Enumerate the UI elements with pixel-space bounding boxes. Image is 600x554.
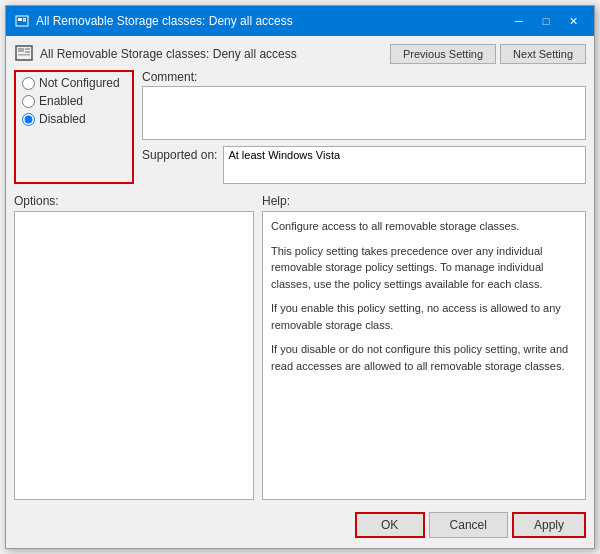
supported-value: At least Windows Vista	[223, 146, 586, 184]
help-paragraph-4: If you disable or do not configure this …	[271, 341, 577, 374]
content-area: All Removable Storage classes: Deny all …	[6, 36, 594, 548]
enabled-radio[interactable]	[22, 95, 35, 108]
previous-setting-button[interactable]: Previous Setting	[390, 44, 496, 64]
disabled-label: Disabled	[39, 112, 86, 126]
header-icon	[14, 44, 34, 64]
svg-rect-8	[18, 54, 30, 56]
svg-rect-6	[25, 48, 30, 50]
comment-section: Comment:	[142, 70, 586, 140]
help-paragraph-3: If you enable this policy setting, no ac…	[271, 300, 577, 333]
policy-title: All Removable Storage classes: Deny all …	[40, 47, 297, 61]
window-title: All Removable Storage classes: Deny all …	[36, 14, 293, 28]
minimize-button[interactable]: ─	[506, 11, 532, 31]
help-label: Help:	[262, 194, 586, 208]
next-setting-button[interactable]: Next Setting	[500, 44, 586, 64]
two-panel: Options: Help: Configure access to all r…	[14, 194, 586, 500]
help-panel: Help: Configure access to all removable …	[262, 194, 586, 500]
configuration-panel: Not Configured Enabled Disabled	[14, 70, 134, 184]
supported-text: At least Windows Vista	[228, 149, 340, 161]
svg-rect-2	[23, 18, 26, 20]
main-section: Not Configured Enabled Disabled Comment:	[14, 70, 586, 184]
svg-rect-5	[18, 48, 24, 52]
help-paragraph-1: Configure access to all removable storag…	[271, 218, 577, 235]
help-paragraph-2: This policy setting takes precedence ove…	[271, 243, 577, 293]
disabled-radio[interactable]	[22, 113, 35, 126]
header-row: All Removable Storage classes: Deny all …	[14, 44, 586, 64]
close-button[interactable]: ✕	[560, 11, 586, 31]
options-panel: Options:	[14, 194, 254, 500]
options-box[interactable]	[14, 211, 254, 500]
ok-button[interactable]: OK	[355, 512, 425, 538]
not-configured-radio[interactable]	[22, 77, 35, 90]
supported-section: Supported on: At least Windows Vista	[142, 146, 586, 184]
footer: OK Cancel Apply	[14, 506, 586, 540]
not-configured-label: Not Configured	[39, 76, 120, 90]
title-bar-left: All Removable Storage classes: Deny all …	[14, 13, 293, 29]
comment-textarea[interactable]	[142, 86, 586, 140]
window-icon	[14, 13, 30, 29]
comment-label: Comment:	[142, 70, 586, 84]
header-title: All Removable Storage classes: Deny all …	[14, 44, 297, 64]
main-window: All Removable Storage classes: Deny all …	[5, 5, 595, 549]
svg-rect-3	[23, 20, 26, 22]
help-content: Configure access to all removable storag…	[262, 211, 586, 500]
enabled-option[interactable]: Enabled	[22, 94, 126, 108]
disabled-option[interactable]: Disabled	[22, 112, 126, 126]
navigation-buttons: Previous Setting Next Setting	[390, 44, 586, 64]
right-section: Comment: Supported on: At least Windows …	[142, 70, 586, 184]
title-bar: All Removable Storage classes: Deny all …	[6, 6, 594, 36]
not-configured-option[interactable]: Not Configured	[22, 76, 126, 90]
apply-button[interactable]: Apply	[512, 512, 586, 538]
enabled-label: Enabled	[39, 94, 83, 108]
supported-label: Supported on:	[142, 146, 217, 162]
svg-rect-7	[25, 51, 30, 53]
svg-rect-1	[18, 18, 22, 21]
maximize-button[interactable]: □	[533, 11, 559, 31]
options-label: Options:	[14, 194, 254, 208]
cancel-button[interactable]: Cancel	[429, 512, 508, 538]
title-bar-buttons: ─ □ ✕	[506, 11, 586, 31]
